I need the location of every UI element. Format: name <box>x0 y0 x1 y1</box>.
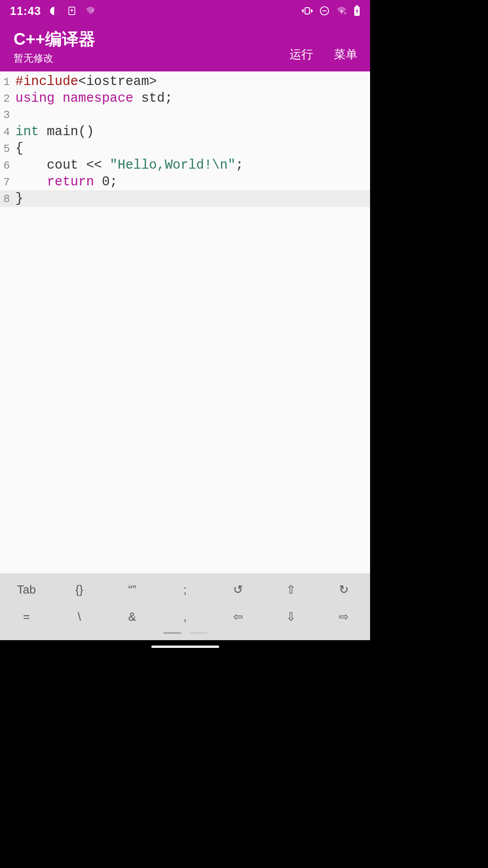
page-indicator <box>0 630 370 634</box>
code-line[interactable]: 8} <box>0 190 370 207</box>
symbol-row-1: Tab{}“”;↺⇧↻ <box>0 576 370 603</box>
line-number: 8 <box>0 191 13 208</box>
header-right: 运行 菜单 <box>290 22 357 71</box>
symbol-toolbar: Tab{}“”;↺⇧↻ =\&,⇦⇩⇨ <box>0 573 370 640</box>
code-content[interactable]: { <box>13 140 23 157</box>
status-left: 11:43 ? <box>10 5 96 18</box>
code-line[interactable]: 1#include<iostream> <box>0 73 370 90</box>
code-content[interactable]: #include<iostream> <box>13 73 157 90</box>
code-editor[interactable]: 1#include<iostream>2using namespace std;… <box>0 71 370 573</box>
page-dot-inactive <box>189 632 207 634</box>
status-right: × <box>301 5 360 16</box>
symbol-key[interactable]: Tab <box>0 576 53 603</box>
battery-charging-icon <box>354 5 360 16</box>
symbol-key-undo-icon[interactable]: ↺ <box>211 576 264 603</box>
code-line[interactable]: 2using namespace std; <box>0 90 370 107</box>
symbol-key-redo-icon[interactable]: ↻ <box>317 576 370 603</box>
symbol-key[interactable]: ; <box>159 576 211 603</box>
wifi-off-icon: × <box>336 6 347 15</box>
code-line[interactable]: 6 cout << "Hello,World!\n"; <box>0 157 370 174</box>
line-number: 4 <box>0 124 13 141</box>
code-content[interactable]: return 0; <box>13 174 117 190</box>
status-bar: 11:43 ? × <box>0 0 370 22</box>
run-button[interactable]: 运行 <box>290 47 313 62</box>
code-line[interactable]: 5{ <box>0 140 370 157</box>
svg-text:×: × <box>344 11 347 15</box>
contrast-icon <box>49 6 59 16</box>
menu-button[interactable]: 菜单 <box>334 47 357 62</box>
line-number: 3 <box>0 107 13 123</box>
status-time: 11:43 <box>10 5 41 18</box>
header-left: C++编译器 暂无修改 <box>14 28 95 65</box>
symbol-key[interactable]: “” <box>106 576 159 603</box>
code-content[interactable]: using namespace std; <box>13 90 173 107</box>
code-content[interactable]: } <box>13 190 23 207</box>
symbol-key-arrow-up-icon[interactable]: ⇧ <box>264 576 317 603</box>
symbol-key[interactable]: {} <box>53 576 106 603</box>
line-number: 2 <box>0 90 13 107</box>
symbol-row-2: =\&,⇦⇩⇨ <box>0 603 370 630</box>
code-content[interactable]: cout << "Hello,World!\n"; <box>13 157 244 174</box>
symbol-key[interactable]: & <box>106 603 159 630</box>
home-indicator[interactable] <box>151 646 219 648</box>
svg-text:?: ? <box>91 9 94 14</box>
svg-rect-3 <box>305 8 310 14</box>
page-dot-active <box>163 632 181 634</box>
line-number: 1 <box>0 74 13 90</box>
download-icon <box>67 6 76 16</box>
app-header: C++编译器 暂无修改 运行 菜单 <box>0 22 370 71</box>
code-content[interactable]: int main() <box>13 123 94 140</box>
symbol-key-arrow-right-icon[interactable]: ⇨ <box>317 603 370 630</box>
dnd-icon <box>319 6 329 16</box>
app-subtitle: 暂无修改 <box>14 52 95 65</box>
code-line[interactable]: 4int main() <box>0 123 370 140</box>
code-line[interactable]: 7 return 0; <box>0 174 370 190</box>
navigation-bar <box>0 640 370 653</box>
symbol-key[interactable]: , <box>159 603 211 630</box>
app-title: C++编译器 <box>14 28 95 51</box>
svg-rect-8 <box>356 5 358 7</box>
code-line[interactable]: 3 <box>0 107 370 123</box>
vibrate-icon <box>301 6 313 15</box>
line-number: 5 <box>0 141 13 157</box>
line-number: 6 <box>0 157 13 174</box>
symbol-key-arrow-left-icon[interactable]: ⇦ <box>211 603 264 630</box>
symbol-key[interactable]: \ <box>53 603 106 630</box>
line-number: 7 <box>0 174 13 191</box>
symbol-key-arrow-down-icon[interactable]: ⇩ <box>264 603 317 630</box>
symbol-key[interactable]: = <box>0 603 53 630</box>
wifi-question-icon: ? <box>84 6 96 15</box>
